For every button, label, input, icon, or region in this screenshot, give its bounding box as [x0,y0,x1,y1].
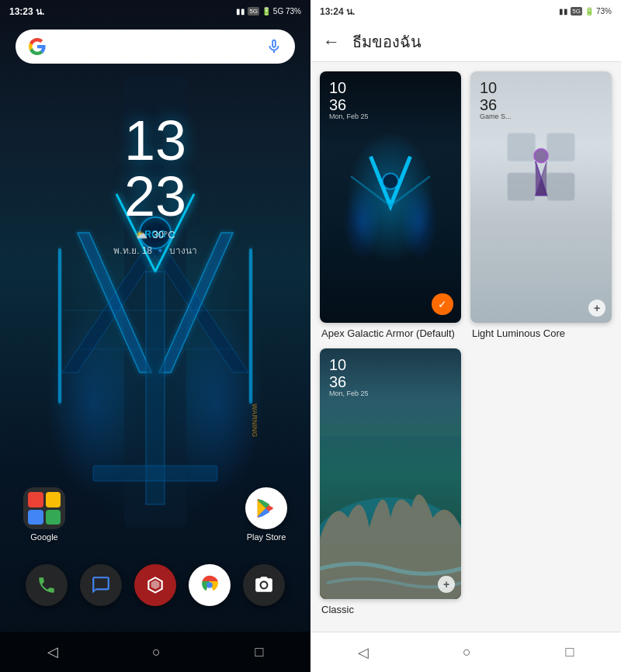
theme-name-apex: Apex Galactic Armor (Default) [320,327,461,339]
camera-icon [254,575,274,595]
nav-back-left[interactable]: ◁ [47,643,58,660]
light-time: 10 36 Game S... [480,79,512,121]
clock-widget: 13 23 ⛅ 30°C พ.ท.ย. 18 🔹 บางนา [113,113,196,258]
right-5g-badge: 5G [571,7,582,16]
status-time-right: 13:24 น. [320,4,355,19]
back-button[interactable]: ← [323,32,340,52]
search-bar[interactable] [16,29,295,64]
svg-point-17 [534,149,547,162]
play-store-app[interactable]: Play Store [245,487,287,542]
theme-grid: 10 36 Mon, Feb 25 ✓ Apex Galactic Armor … [310,62,621,632]
nav-home-right[interactable]: ○ [463,644,471,660]
theme-thumb-light: 10 36 Game S... + [470,71,612,323]
dock-chrome[interactable] [189,564,231,606]
plus-badge-light: + [588,300,605,317]
right-signal-icon: ▮▮ [559,7,568,16]
svg-point-12 [383,173,398,189]
svg-rect-14 [546,133,574,161]
play-store-logo [255,497,278,520]
svg-rect-13 [507,133,535,161]
dock-armoury[interactable] [134,564,176,606]
nav-back-right[interactable]: ◁ [358,644,369,661]
signal-icon: ▮▮ [236,7,245,16]
clock-minute: 23 [113,168,196,224]
dock-phone[interactable] [26,564,68,606]
armoury-icon [145,575,165,595]
nav-recent-right[interactable]: □ [565,644,574,660]
right-battery-icon: 🔋 [585,7,594,16]
chrome-icon [198,573,221,597]
theme-item-classic[interactable]: 10 36 Mon, Feb 25 + Classic [320,348,461,616]
status-icons-right: ▮▮ 5G 🔋 73% [559,7,612,16]
nav-bar-right: ◁ ○ □ [310,632,621,672]
5g-badge: 5G [248,7,259,16]
google-folder[interactable]: Google [23,487,65,542]
page-title: ธีมของฉัน [352,29,422,54]
mic-icon [265,38,283,55]
theme-item-light[interactable]: 10 36 Game S... + Light Luminous Core [470,71,612,339]
dock-messages[interactable] [80,564,122,606]
drive-mini [46,492,61,507]
svg-text:WARNING: WARNING [251,404,258,438]
google-logo [28,37,47,56]
light-art [484,122,598,258]
theme-item-apex[interactable]: 10 36 Mon, Feb 25 ✓ Apex Galactic Armor … [320,71,461,339]
weather-icon: ⛅ [135,229,147,241]
plus-badge-classic: + [438,576,455,593]
top-bar: ← ธีมของฉัน [310,22,621,62]
maps-mini [46,510,61,525]
classic-time: 10 36 Mon, Feb 25 [329,356,369,398]
chrome-mini [28,510,43,525]
apex-time: 10 36 Mon, Feb 25 [329,79,369,121]
svg-rect-8 [93,466,217,481]
left-homescreen: ROG WARNING 13:23 น. ▮▮ 5G 🔋 5G 73% [0,0,310,672]
apex-hour: 10 [329,79,369,96]
weather-info: ⛅ 30°C [113,229,196,241]
status-bar-left: 13:23 น. ▮▮ 5G 🔋 5G 73% [0,0,310,22]
svg-rect-7 [249,248,252,404]
dock-camera[interactable] [243,564,285,606]
apex-date: Mon, Feb 25 [329,113,369,121]
light-date: Game S... [480,113,512,121]
classic-date: Mon, Feb 25 [329,390,369,398]
light-hour: 10 [480,79,512,96]
play-store-label: Play Store [247,532,286,542]
messages-icon [91,575,111,595]
nav-recent-left[interactable]: □ [255,644,263,660]
classic-hour: 10 [329,356,369,373]
theme-thumb-classic: 10 36 Mon, Feb 25 + [320,348,461,600]
right-themes-panel: 13:24 น. ▮▮ 5G 🔋 73% ← ธีมของฉัน [310,0,621,672]
svg-point-11 [206,582,213,588]
light-minute: 36 [480,96,512,113]
right-battery-percent: 73% [596,7,612,16]
apex-minute: 36 [329,96,369,113]
theme-name-classic: Classic [320,604,461,615]
gmail-mini [28,492,43,507]
classic-scene [320,436,461,599]
folder-icon [23,487,65,529]
status-icons-left: ▮▮ 5G 🔋 5G 73% [236,7,301,16]
status-bar-right: 13:24 น. ▮▮ 5G 🔋 73% [310,0,621,22]
clock-hour: 13 [113,113,196,168]
battery-percent: 5G 73% [273,7,301,16]
battery-icon: 🔋 [262,7,271,16]
date-info: พ.ท.ย. 18 🔹 บางนา [113,243,196,258]
temperature: 30°C [152,229,175,241]
play-store-circle [245,487,287,529]
svg-rect-6 [58,248,61,404]
selected-check: ✓ [432,293,453,315]
theme-thumb-apex: 10 36 Mon, Feb 25 ✓ [320,71,461,323]
nav-bar-left: ◁ ○ □ [0,632,310,672]
phone-icon [36,575,57,595]
svg-rect-15 [507,172,535,200]
status-time-left: 13:23 น. [9,4,44,19]
apex-logo [341,147,439,226]
classic-minute: 36 [329,373,369,390]
svg-rect-16 [546,172,574,200]
google-label: Google [30,532,57,542]
nav-home-left[interactable]: ○ [152,644,161,660]
theme-name-light: Light Luminous Core [470,327,612,339]
bottom-dock [26,564,285,606]
